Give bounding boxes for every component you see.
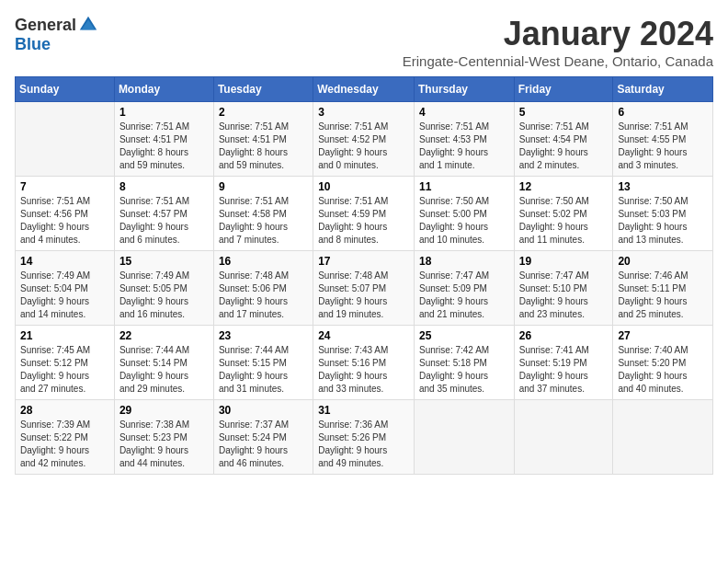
day-number: 29 — [119, 404, 209, 417]
calendar-header-sunday: Sunday — [16, 77, 115, 102]
day-number: 5 — [519, 106, 609, 119]
calendar-cell: 26Sunrise: 7:41 AMSunset: 5:19 PMDayligh… — [514, 326, 613, 400]
calendar-cell: 3Sunrise: 7:51 AMSunset: 4:52 PMDaylight… — [313, 102, 415, 177]
calendar-header-tuesday: Tuesday — [213, 77, 313, 102]
subtitle: Eringate-Centennial-West Deane, Ontario,… — [403, 53, 713, 69]
calendar-cell: 2Sunrise: 7:51 AMSunset: 4:51 PMDaylight… — [213, 102, 313, 177]
day-number: 23 — [219, 329, 308, 342]
calendar-header-friday: Friday — [514, 77, 613, 102]
day-info: Sunrise: 7:43 AMSunset: 5:16 PMDaylight:… — [318, 344, 409, 396]
calendar-cell: 17Sunrise: 7:48 AMSunset: 5:07 PMDayligh… — [313, 251, 415, 326]
calendar-cell: 8Sunrise: 7:51 AMSunset: 4:57 PMDaylight… — [114, 177, 213, 251]
day-number: 6 — [618, 106, 708, 119]
day-info: Sunrise: 7:50 AMSunset: 5:02 PMDaylight:… — [519, 195, 609, 247]
day-info: Sunrise: 7:51 AMSunset: 4:52 PMDaylight:… — [318, 121, 409, 172]
day-info: Sunrise: 7:51 AMSunset: 4:53 PMDaylight:… — [419, 121, 509, 172]
calendar-cell: 7Sunrise: 7:51 AMSunset: 4:56 PMDaylight… — [16, 177, 115, 251]
day-info: Sunrise: 7:51 AMSunset: 4:59 PMDaylight:… — [318, 195, 409, 247]
title-block: January 2024 Eringate-Centennial-West De… — [403, 15, 713, 69]
day-number: 16 — [219, 255, 308, 268]
logo-icon — [78, 15, 98, 35]
calendar-cell: 29Sunrise: 7:38 AMSunset: 5:23 PMDayligh… — [114, 400, 213, 475]
day-number: 7 — [20, 180, 109, 193]
day-info: Sunrise: 7:48 AMSunset: 5:06 PMDaylight:… — [219, 270, 308, 321]
calendar-cell: 6Sunrise: 7:51 AMSunset: 4:55 PMDaylight… — [613, 102, 713, 177]
logo-blue-text: Blue — [15, 35, 51, 54]
day-info: Sunrise: 7:39 AMSunset: 5:22 PMDaylight:… — [20, 419, 109, 470]
calendar-cell: 21Sunrise: 7:45 AMSunset: 5:12 PMDayligh… — [16, 326, 115, 400]
calendar-cell: 16Sunrise: 7:48 AMSunset: 5:06 PMDayligh… — [213, 251, 313, 326]
day-number: 31 — [318, 404, 409, 417]
day-number: 15 — [119, 255, 209, 268]
calendar-table: SundayMondayTuesdayWednesdayThursdayFrid… — [15, 76, 713, 475]
calendar-cell: 12Sunrise: 7:50 AMSunset: 5:02 PMDayligh… — [514, 177, 613, 251]
day-number: 3 — [318, 106, 409, 119]
calendar-header-wednesday: Wednesday — [313, 77, 415, 102]
day-info: Sunrise: 7:44 AMSunset: 5:15 PMDaylight:… — [219, 344, 308, 396]
day-number: 24 — [318, 329, 409, 342]
day-info: Sunrise: 7:49 AMSunset: 5:05 PMDaylight:… — [119, 270, 209, 321]
day-number: 21 — [20, 329, 109, 342]
day-number: 14 — [20, 255, 109, 268]
day-info: Sunrise: 7:42 AMSunset: 5:18 PMDaylight:… — [419, 344, 509, 396]
day-info: Sunrise: 7:51 AMSunset: 4:54 PMDaylight:… — [519, 121, 609, 172]
day-info: Sunrise: 7:40 AMSunset: 5:20 PMDaylight:… — [618, 344, 708, 396]
calendar-header-monday: Monday — [114, 77, 213, 102]
day-number: 18 — [419, 255, 509, 268]
calendar-header-row: SundayMondayTuesdayWednesdayThursdayFrid… — [16, 77, 713, 102]
day-info: Sunrise: 7:50 AMSunset: 5:03 PMDaylight:… — [618, 195, 708, 247]
day-info: Sunrise: 7:46 AMSunset: 5:11 PMDaylight:… — [618, 270, 708, 321]
month-title: January 2024 — [403, 15, 713, 53]
day-number: 1 — [119, 106, 209, 119]
day-number: 9 — [219, 180, 308, 193]
calendar-cell — [16, 102, 115, 177]
day-info: Sunrise: 7:47 AMSunset: 5:10 PMDaylight:… — [519, 270, 609, 321]
calendar-cell: 13Sunrise: 7:50 AMSunset: 5:03 PMDayligh… — [613, 177, 713, 251]
day-info: Sunrise: 7:49 AMSunset: 5:04 PMDaylight:… — [20, 270, 109, 321]
day-number: 10 — [318, 180, 409, 193]
day-info: Sunrise: 7:51 AMSunset: 4:55 PMDaylight:… — [618, 121, 708, 172]
day-number: 22 — [119, 329, 209, 342]
calendar-cell: 10Sunrise: 7:51 AMSunset: 4:59 PMDayligh… — [313, 177, 415, 251]
calendar-cell — [613, 400, 713, 475]
calendar-cell: 1Sunrise: 7:51 AMSunset: 4:51 PMDaylight… — [114, 102, 213, 177]
logo: General Blue — [15, 15, 98, 54]
calendar-cell: 24Sunrise: 7:43 AMSunset: 5:16 PMDayligh… — [313, 326, 415, 400]
day-info: Sunrise: 7:51 AMSunset: 4:51 PMDaylight:… — [119, 121, 209, 172]
calendar-cell: 31Sunrise: 7:36 AMSunset: 5:26 PMDayligh… — [313, 400, 415, 475]
calendar-cell: 19Sunrise: 7:47 AMSunset: 5:10 PMDayligh… — [514, 251, 613, 326]
calendar-week-row: 21Sunrise: 7:45 AMSunset: 5:12 PMDayligh… — [16, 326, 713, 400]
page-header: General Blue January 2024 Eringate-Cente… — [15, 15, 713, 69]
calendar-cell: 28Sunrise: 7:39 AMSunset: 5:22 PMDayligh… — [16, 400, 115, 475]
calendar-cell: 20Sunrise: 7:46 AMSunset: 5:11 PMDayligh… — [613, 251, 713, 326]
day-info: Sunrise: 7:45 AMSunset: 5:12 PMDaylight:… — [20, 344, 109, 396]
day-info: Sunrise: 7:51 AMSunset: 4:58 PMDaylight:… — [219, 195, 308, 247]
calendar-cell: 14Sunrise: 7:49 AMSunset: 5:04 PMDayligh… — [16, 251, 115, 326]
day-number: 28 — [20, 404, 109, 417]
calendar-cell: 30Sunrise: 7:37 AMSunset: 5:24 PMDayligh… — [213, 400, 313, 475]
day-info: Sunrise: 7:36 AMSunset: 5:26 PMDaylight:… — [318, 419, 409, 470]
calendar-cell: 9Sunrise: 7:51 AMSunset: 4:58 PMDaylight… — [213, 177, 313, 251]
calendar-body: 1Sunrise: 7:51 AMSunset: 4:51 PMDaylight… — [16, 102, 713, 475]
calendar-cell: 15Sunrise: 7:49 AMSunset: 5:05 PMDayligh… — [114, 251, 213, 326]
day-number: 4 — [419, 106, 509, 119]
calendar-cell — [414, 400, 514, 475]
day-info: Sunrise: 7:48 AMSunset: 5:07 PMDaylight:… — [318, 270, 409, 321]
calendar-header-saturday: Saturday — [613, 77, 713, 102]
calendar-cell: 25Sunrise: 7:42 AMSunset: 5:18 PMDayligh… — [414, 326, 514, 400]
day-number: 12 — [519, 180, 609, 193]
calendar-week-row: 1Sunrise: 7:51 AMSunset: 4:51 PMDaylight… — [16, 102, 713, 177]
calendar-week-row: 7Sunrise: 7:51 AMSunset: 4:56 PMDaylight… — [16, 177, 713, 251]
day-number: 20 — [618, 255, 708, 268]
day-number: 19 — [519, 255, 609, 268]
day-number: 8 — [119, 180, 209, 193]
day-info: Sunrise: 7:41 AMSunset: 5:19 PMDaylight:… — [519, 344, 609, 396]
calendar-cell: 22Sunrise: 7:44 AMSunset: 5:14 PMDayligh… — [114, 326, 213, 400]
calendar-cell: 4Sunrise: 7:51 AMSunset: 4:53 PMDaylight… — [414, 102, 514, 177]
calendar-cell: 27Sunrise: 7:40 AMSunset: 5:20 PMDayligh… — [613, 326, 713, 400]
day-info: Sunrise: 7:51 AMSunset: 4:51 PMDaylight:… — [219, 121, 308, 172]
day-info: Sunrise: 7:38 AMSunset: 5:23 PMDaylight:… — [119, 419, 209, 470]
day-info: Sunrise: 7:44 AMSunset: 5:14 PMDaylight:… — [119, 344, 209, 396]
calendar-cell: 18Sunrise: 7:47 AMSunset: 5:09 PMDayligh… — [414, 251, 514, 326]
day-info: Sunrise: 7:51 AMSunset: 4:56 PMDaylight:… — [20, 195, 109, 247]
